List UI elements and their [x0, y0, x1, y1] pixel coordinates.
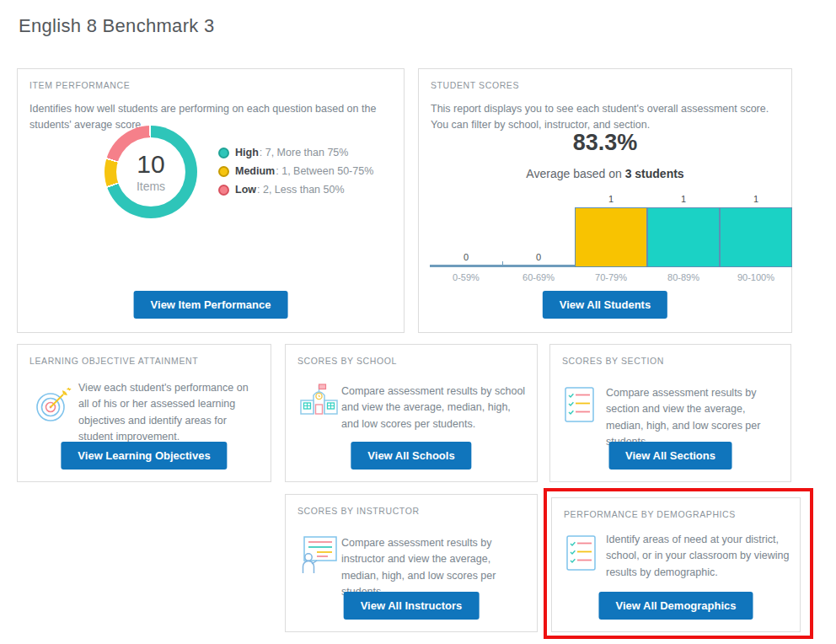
card-item-performance: ITEM PERFORMANCE Identifies how well stu… [17, 68, 405, 333]
card-learning-objectives: LEARNING OBJECTIVE ATTAINMENT View each … [17, 344, 271, 482]
item-performance-header: ITEM PERFORMANCE [29, 80, 130, 90]
student-scores-header: STUDENT SCORES [431, 80, 519, 90]
donut-center: 10 Items [116, 137, 185, 207]
average-score-value: 83.3% [419, 130, 791, 156]
caption-prefix: Average based on [526, 167, 624, 180]
performance-by-demographics-description: Identify areas of need at your district,… [606, 532, 793, 581]
scores-by-instructor-description: Compare assessment results by instructor… [341, 535, 530, 601]
bar [720, 207, 792, 267]
target-icon [31, 382, 75, 429]
student-scores-description: This report displays you to see each stu… [431, 101, 780, 134]
scores-by-section-description: Compare assessment results by section an… [606, 385, 781, 451]
bar-category-label: 0-59% [430, 272, 502, 282]
card-scores-by-instructor: SCORES BY INSTRUCTOR Compare assessment … [285, 494, 538, 632]
student-scores-bar-chart: 00-59%060-69%170-79%180-89%190-100% [430, 193, 792, 287]
bar-column-0-59%: 00-59% [430, 193, 502, 287]
bar-category-label: 90-100% [720, 272, 792, 282]
legend-marker-dot [218, 185, 229, 196]
bar-category-label: 60-69% [502, 272, 575, 282]
bar-value-label: 1 [720, 194, 792, 204]
view-all-demographics-button[interactable]: View All Demographics [598, 592, 753, 620]
scores-by-section-header: SCORES BY SECTION [562, 356, 664, 366]
legend-marker-dot [218, 148, 229, 158]
view-learning-objectives-button[interactable]: View Learning Objectives [61, 442, 227, 470]
legend-item: Medium: 1, Between 50-75% [218, 162, 373, 180]
legend-item: High: 7, More than 75% [218, 143, 373, 162]
bar-column-60-69%: 060-69% [502, 193, 575, 287]
bar-category-label: 80-89% [647, 272, 720, 282]
donut-total-items: 10 [137, 152, 164, 177]
card-performance-by-demographics: PERFORMANCE BY DEMOGRAPHICS Identify are… [551, 497, 801, 632]
learning-objectives-description: View each student's performance on all o… [78, 380, 260, 446]
donut-items-label: Items [137, 180, 165, 193]
item-performance-donut-chart: 10 Items [104, 126, 197, 218]
scores-by-instructor-header: SCORES BY INSTRUCTOR [297, 506, 420, 516]
learning-objectives-header: LEARNING OBJECTIVE ATTAINMENT [29, 356, 198, 366]
view-all-sections-button[interactable]: View All Sections [608, 442, 732, 470]
view-item-performance-button[interactable]: View Item Performance [134, 291, 288, 319]
donut-legend: High: 7, More than 75%Medium: 1, Between… [218, 143, 373, 199]
average-score-caption: Average based on 3 students [419, 167, 791, 180]
card-scores-by-section: SCORES BY SECTION Compare assessment res… [549, 344, 791, 482]
bar-column-90-100%: 190-100% [720, 193, 792, 287]
performance-by-demographics-header: PERFORMANCE BY DEMOGRAPHICS [564, 509, 736, 519]
card-scores-by-school: SCORES BY SCHOOL Compare assessment resu… [285, 344, 538, 482]
bar-category-label: 70-79% [575, 272, 647, 282]
checklist-icon [565, 387, 595, 426]
bar-value-label: 1 [575, 194, 647, 204]
card-student-scores: STUDENT SCORES This report displays you … [418, 68, 792, 333]
item-performance-description: Identifies how well students are perform… [29, 101, 394, 134]
scores-by-school-header: SCORES BY SCHOOL [297, 356, 397, 366]
bar-column-80-89%: 180-89% [647, 193, 720, 287]
bar-value-label: 0 [430, 252, 502, 262]
legend-item: Low: 2, Less than 50% [218, 180, 373, 199]
bar [575, 207, 647, 267]
instructor-presentation-icon [297, 535, 340, 577]
bar-value-label: 1 [647, 194, 720, 204]
scores-by-school-description: Compare assessment results by school and… [341, 384, 528, 432]
legend-marker-dot [218, 166, 229, 177]
caption-student-count: 3 students [625, 167, 684, 180]
demographics-checklist-icon [566, 535, 597, 574]
view-all-students-button[interactable]: View All Students [543, 291, 667, 319]
view-all-instructors-button[interactable]: View All Instructors [344, 592, 480, 620]
bar-value-label: 0 [502, 252, 575, 262]
bar-column-70-79%: 170-79% [575, 193, 647, 287]
view-all-schools-button[interactable]: View All Schools [351, 442, 471, 470]
school-building-icon [299, 382, 340, 424]
page-title: English 8 Benchmark 3 [19, 15, 215, 37]
bar [647, 207, 720, 267]
